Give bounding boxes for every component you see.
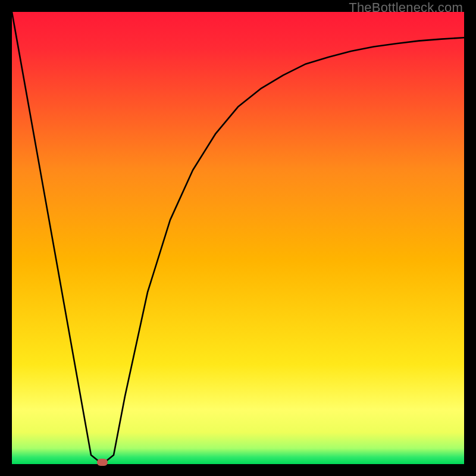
gradient-background <box>12 12 464 464</box>
optimal-point-marker <box>97 459 108 466</box>
watermark-label: TheBottleneck.com <box>349 0 463 15</box>
chart-frame <box>12 12 464 464</box>
bottleneck-plot <box>12 12 464 464</box>
